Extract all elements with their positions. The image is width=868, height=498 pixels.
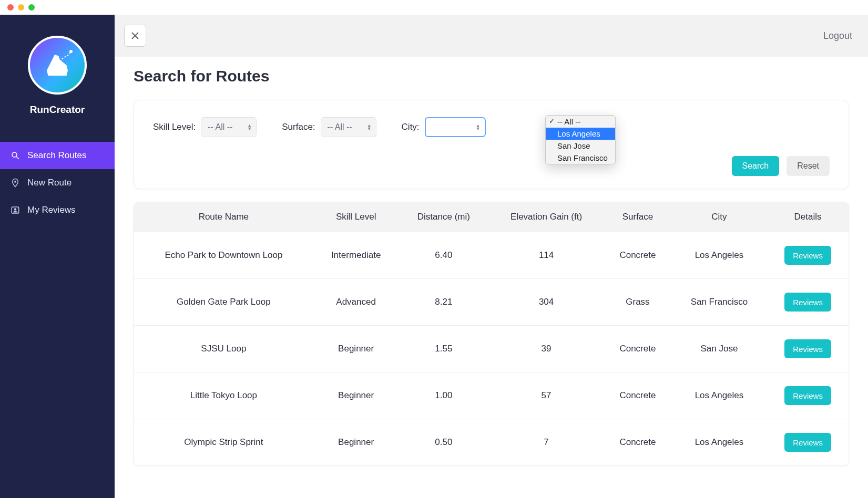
reviews-button[interactable]: Reviews: [784, 386, 831, 405]
cell-skill: Beginner: [313, 326, 399, 372]
city-label: City:: [402, 122, 420, 132]
cell-surface: Concrete: [604, 326, 671, 372]
search-filters-card: Skill Level: -- All -- ▲▼ Surface: -- Al…: [134, 100, 849, 189]
chevron-updown-icon: ▲▼: [367, 124, 372, 130]
column-header: City: [671, 202, 767, 232]
city-option[interactable]: -- All --: [546, 116, 615, 128]
svg-point-0: [69, 50, 73, 53]
cell-distance: 1.55: [399, 326, 489, 372]
cell-details: Reviews: [767, 279, 849, 326]
select-value: -- All --: [208, 122, 232, 132]
column-header: Elevation Gain (ft): [488, 202, 604, 232]
cell-name: Olympic Strip Sprint: [134, 419, 313, 466]
cell-skill: Intermediate: [313, 232, 399, 279]
cell-elevation: 7: [488, 419, 604, 466]
select-value: -- All --: [328, 122, 352, 132]
close-panel-button[interactable]: [124, 25, 146, 47]
results-table-card: Route NameSkill LevelDistance (mi)Elevat…: [134, 202, 849, 466]
page-title: Search for Routes: [134, 67, 849, 85]
reviews-button[interactable]: Reviews: [784, 339, 831, 358]
reviews-button[interactable]: Reviews: [784, 293, 831, 312]
search-icon: [11, 151, 20, 160]
reviews-button[interactable]: Reviews: [784, 433, 831, 452]
cell-city: San Francisco: [671, 279, 767, 326]
cell-distance: 0.50: [399, 419, 489, 466]
window-titlebar: [0, 0, 868, 15]
sidebar-item-label: New Route: [27, 178, 72, 188]
table-row: SJSU LoopBeginner1.5539ConcreteSan JoseR…: [134, 326, 849, 372]
table-row: Golden Gate Park LoopAdvanced8.21304Gras…: [134, 279, 849, 326]
sidebar-item-label: My Reviews: [27, 205, 76, 215]
sidebar-item-my-reviews[interactable]: My Reviews: [0, 196, 115, 224]
cell-city: Los Angeles: [671, 372, 767, 419]
cell-name: Golden Gate Park Loop: [134, 279, 313, 326]
cell-distance: 1.00: [399, 372, 489, 419]
city-dropdown-menu: -- All --Los AngelesSan JoseSan Francisc…: [545, 115, 616, 164]
cell-elevation: 57: [488, 372, 604, 419]
reset-button[interactable]: Reset: [787, 156, 830, 176]
cell-skill: Beginner: [313, 372, 399, 419]
cell-details: Reviews: [767, 326, 849, 372]
cell-surface: Concrete: [604, 419, 671, 466]
cell-skill: Beginner: [313, 419, 399, 466]
cell-details: Reviews: [767, 419, 849, 466]
cell-elevation: 304: [488, 279, 604, 326]
chevron-updown-icon: ▲▼: [476, 124, 481, 130]
logout-link[interactable]: Logout: [823, 30, 852, 42]
reviews-button[interactable]: Reviews: [784, 246, 831, 265]
cell-details: Reviews: [767, 372, 849, 419]
column-header: Surface: [604, 202, 671, 232]
window-close-button[interactable]: [7, 4, 14, 11]
search-button[interactable]: Search: [732, 156, 780, 176]
cell-name: Little Tokyo Loop: [134, 372, 313, 419]
column-header: Details: [767, 202, 849, 232]
sidebar-item-label: Search Routes: [27, 150, 86, 161]
cell-surface: Grass: [604, 279, 671, 326]
cell-surface: Concrete: [604, 232, 671, 279]
sidebar-nav: Search Routes New Route My Reviews: [0, 142, 115, 224]
city-option[interactable]: San Jose: [546, 140, 615, 152]
svg-line-2: [16, 157, 19, 159]
window-minimize-button[interactable]: [18, 4, 24, 11]
skill-level-select[interactable]: -- All -- ▲▼: [201, 117, 257, 137]
table-row: Little Tokyo LoopBeginner1.0057ConcreteL…: [134, 372, 849, 419]
cell-elevation: 114: [488, 232, 604, 279]
sidebar-item-new-route[interactable]: New Route: [0, 169, 115, 196]
user-card-icon: [11, 205, 20, 215]
surface-label: Surface:: [282, 122, 315, 132]
results-table: Route NameSkill LevelDistance (mi)Elevat…: [134, 202, 849, 465]
cell-elevation: 39: [488, 326, 604, 372]
app-logo: [28, 36, 87, 95]
cell-name: Echo Park to Downtown Loop: [134, 232, 313, 279]
cell-city: San Jose: [671, 326, 767, 372]
city-option[interactable]: San Francisco: [546, 152, 615, 164]
sidebar: RunCreator Search Routes New Route My Re…: [0, 15, 115, 498]
city-select[interactable]: ▲▼: [425, 117, 486, 137]
cell-city: Los Angeles: [671, 419, 767, 466]
topbar: Logout: [115, 15, 868, 57]
cell-details: Reviews: [767, 232, 849, 279]
svg-point-1: [12, 152, 17, 157]
svg-point-3: [14, 181, 16, 183]
cell-surface: Concrete: [604, 372, 671, 419]
close-icon: [130, 31, 140, 40]
city-option[interactable]: Los Angeles: [546, 128, 615, 140]
cell-name: SJSU Loop: [134, 326, 313, 372]
cell-distance: 6.40: [399, 232, 489, 279]
surface-select[interactable]: -- All -- ▲▼: [321, 117, 376, 137]
table-row: Echo Park to Downtown LoopIntermediate6.…: [134, 232, 849, 279]
svg-point-5: [14, 208, 17, 211]
route-icon: [58, 48, 74, 64]
main-content: Logout Search for Routes Skill Level: --…: [115, 15, 868, 498]
brand-name: RunCreator: [30, 104, 85, 116]
chevron-updown-icon: ▲▼: [247, 124, 252, 130]
window-maximize-button[interactable]: [28, 4, 35, 11]
column-header: Skill Level: [313, 202, 399, 232]
column-header: Distance (mi): [399, 202, 489, 232]
cell-distance: 8.21: [399, 279, 489, 326]
skill-level-label: Skill Level:: [153, 122, 196, 132]
table-row: Olympic Strip SprintBeginner0.507Concret…: [134, 419, 849, 466]
sidebar-item-search-routes[interactable]: Search Routes: [0, 142, 115, 169]
column-header: Route Name: [134, 202, 313, 232]
cell-city: Los Angeles: [671, 232, 767, 279]
